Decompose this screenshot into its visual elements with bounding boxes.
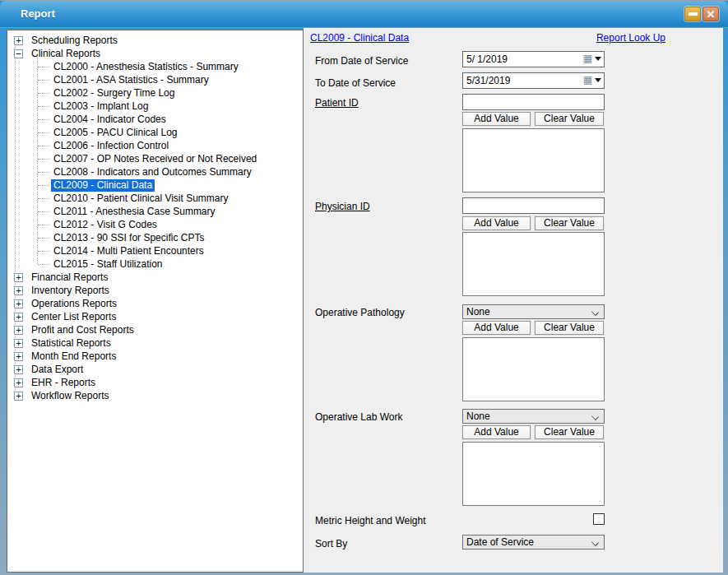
tree-item-label[interactable]: Statistical Reports bbox=[29, 337, 114, 350]
physician-id-list[interactable] bbox=[462, 232, 605, 296]
tree-item-label[interactable]: CL2011 - Anesthesia Case Summary bbox=[51, 206, 218, 218]
tree-item-label[interactable]: CL2000 - Anesthesia Statistics - Summary bbox=[51, 61, 241, 73]
sort-by-dropdown[interactable]: Date of Service bbox=[462, 535, 605, 549]
patient-id-list[interactable] bbox=[462, 128, 605, 192]
tree-item-label[interactable]: Clinical Reports bbox=[29, 48, 103, 60]
expand-icon[interactable]: + bbox=[14, 299, 23, 308]
physician-clear-value-button[interactable]: Clear Value bbox=[535, 216, 604, 230]
patient-clear-value-button[interactable]: Clear Value bbox=[535, 112, 604, 126]
tree-item-label[interactable]: CL2004 - Indicator Codes bbox=[51, 114, 169, 126]
physician-add-value-button[interactable]: Add Value bbox=[462, 216, 531, 230]
expand-icon[interactable]: + bbox=[14, 36, 23, 45]
tree-item[interactable]: +Profit and Cost Reports bbox=[11, 323, 301, 336]
tree-item-label[interactable]: Month End Reports bbox=[29, 350, 118, 363]
tree-item[interactable]: CL2011 - Anesthesia Case Summary bbox=[11, 205, 301, 218]
labwork-add-value-button[interactable]: Add Value bbox=[462, 425, 531, 439]
pathology-clear-value-button[interactable]: Clear Value bbox=[535, 321, 604, 335]
dropdown-arrow-icon[interactable] bbox=[595, 57, 601, 61]
labwork-clear-value-button[interactable]: Clear Value bbox=[535, 425, 604, 439]
operative-lab-work-value: None bbox=[466, 410, 490, 422]
expand-icon[interactable]: + bbox=[14, 392, 23, 401]
tree-item-label[interactable]: CL2002 - Surgery Time Log bbox=[51, 87, 177, 100]
pathology-add-value-button[interactable]: Add Value bbox=[462, 321, 531, 335]
tree-item[interactable]: CL2004 - Indicator Codes bbox=[11, 113, 301, 126]
tree-item[interactable]: CL2009 - Clinical Data bbox=[11, 179, 301, 192]
expand-icon[interactable]: + bbox=[14, 352, 23, 361]
to-date-field[interactable]: 5/31/2019 ▦ bbox=[462, 72, 605, 89]
physician-id-link[interactable]: Physician ID bbox=[315, 201, 370, 212]
physician-id-input[interactable] bbox=[462, 197, 605, 214]
tree-connector bbox=[38, 185, 49, 186]
tree-item-label[interactable]: CL2014 - Multi Patient Encounters bbox=[51, 245, 206, 257]
tree-item-label[interactable]: Data Export bbox=[29, 364, 86, 376]
tree-item-label[interactable]: CL2006 - Infection Control bbox=[51, 140, 171, 152]
tree-item[interactable]: +Month End Reports bbox=[11, 350, 301, 363]
minimize-button[interactable] bbox=[684, 7, 701, 21]
tree-item-label[interactable]: CL2001 - ASA Statistics - Summary bbox=[51, 74, 211, 86]
tree-item[interactable]: −Clinical Reports bbox=[11, 47, 301, 60]
tree-item-label[interactable]: Inventory Reports bbox=[29, 285, 112, 297]
tree-item-label[interactable]: CL2013 - 90 SSI for Specific CPTs bbox=[51, 232, 206, 244]
expand-icon[interactable]: + bbox=[14, 286, 23, 295]
calendar-icon[interactable]: ▦ bbox=[583, 75, 592, 85]
patient-add-value-button[interactable]: Add Value bbox=[462, 112, 531, 126]
tree-item[interactable]: CL2007 - OP Notes Received or Not Receiv… bbox=[11, 152, 301, 165]
operative-lab-work-list[interactable] bbox=[462, 442, 605, 506]
tree-item[interactable]: CL2008 - Indicators and Outcomes Summary bbox=[11, 165, 301, 179]
expand-icon[interactable]: + bbox=[14, 273, 23, 282]
tree-item-label[interactable]: CL2009 - Clinical Data bbox=[51, 179, 155, 192]
tree-item[interactable]: +Center List Reports bbox=[11, 310, 301, 323]
expand-icon[interactable]: + bbox=[14, 326, 23, 335]
operative-pathology-list[interactable] bbox=[462, 337, 605, 401]
dropdown-arrow-icon[interactable] bbox=[595, 78, 601, 82]
tree-item[interactable]: CL2003 - Implant Log bbox=[11, 100, 301, 113]
operative-pathology-dropdown[interactable]: None bbox=[462, 304, 605, 319]
tree-item[interactable]: CL2013 - 90 SSI for Specific CPTs bbox=[11, 231, 301, 244]
tree-item[interactable]: CL2010 - Patient Clinical Visit Summary bbox=[11, 192, 301, 205]
tree-item[interactable]: +Operations Reports bbox=[11, 297, 301, 310]
patient-id-input[interactable] bbox=[462, 94, 605, 110]
expand-icon[interactable]: + bbox=[14, 313, 23, 322]
tree-item[interactable]: +Scheduling Reports bbox=[11, 34, 301, 47]
tree-item-label[interactable]: Operations Reports bbox=[29, 298, 119, 310]
tree-item[interactable]: CL2012 - Visit G Codes bbox=[11, 218, 301, 231]
tree-item-label[interactable]: CL2010 - Patient Clinical Visit Summary bbox=[51, 192, 231, 205]
tree-item-label[interactable]: Center List Reports bbox=[29, 311, 118, 323]
tree-item-label[interactable]: Workflow Reports bbox=[29, 390, 111, 402]
calendar-icon[interactable]: ▦ bbox=[583, 53, 592, 63]
tree-item-label[interactable]: Scheduling Reports bbox=[29, 35, 120, 47]
report-title-link[interactable]: CL2009 - Clinical Data bbox=[310, 32, 409, 44]
expand-icon[interactable]: + bbox=[14, 339, 23, 348]
tree-item[interactable]: CL2014 - Multi Patient Encounters bbox=[11, 244, 301, 257]
tree-item[interactable]: CL2015 - Staff Utilization bbox=[11, 257, 301, 271]
tree-item-label[interactable]: CL2003 - Implant Log bbox=[51, 100, 151, 113]
tree-item-label[interactable]: Financial Reports bbox=[29, 271, 110, 284]
tree-item-label[interactable]: CL2008 - Indicators and Outcomes Summary bbox=[51, 166, 254, 179]
operative-lab-work-dropdown[interactable]: None bbox=[462, 409, 605, 424]
tree-item[interactable]: CL2005 - PACU Clinical Log bbox=[11, 126, 301, 139]
tree-item-label[interactable]: EHR - Reports bbox=[29, 377, 98, 389]
tree-item[interactable]: CL2000 - Anesthesia Statistics - Summary bbox=[11, 60, 301, 73]
tree-item[interactable]: +Workflow Reports bbox=[11, 389, 301, 402]
tree-item-label[interactable]: CL2005 - PACU Clinical Log bbox=[51, 127, 180, 139]
tree-item[interactable]: +Inventory Reports bbox=[11, 284, 301, 297]
tree-item[interactable]: +EHR - Reports bbox=[11, 376, 301, 389]
tree-item[interactable]: +Financial Reports bbox=[11, 271, 301, 284]
tree-item[interactable]: +Data Export bbox=[11, 363, 301, 376]
close-button[interactable]: ✕ bbox=[702, 7, 719, 21]
collapse-icon[interactable]: − bbox=[14, 49, 23, 58]
tree-item[interactable]: CL2002 - Surgery Time Log bbox=[11, 86, 301, 100]
tree-item[interactable]: CL2006 - Infection Control bbox=[11, 139, 301, 152]
metric-height-weight-checkbox[interactable] bbox=[593, 513, 605, 525]
tree-item[interactable]: +Statistical Reports bbox=[11, 336, 301, 350]
tree-item-label[interactable]: CL2007 - OP Notes Received or Not Receiv… bbox=[51, 153, 259, 165]
tree-item-label[interactable]: Profit and Cost Reports bbox=[29, 324, 137, 336]
patient-id-link[interactable]: Patient ID bbox=[315, 97, 359, 109]
tree-item-label[interactable]: CL2015 - Staff Utilization bbox=[51, 258, 165, 271]
from-date-field[interactable]: 5/ 1/2019 ▦ bbox=[462, 51, 605, 67]
report-lookup-link[interactable]: Report Look Up bbox=[596, 32, 665, 44]
expand-icon[interactable]: + bbox=[14, 365, 23, 374]
expand-icon[interactable]: + bbox=[14, 378, 23, 387]
tree-item-label[interactable]: CL2012 - Visit G Codes bbox=[51, 219, 160, 231]
tree-item[interactable]: CL2001 - ASA Statistics - Summary bbox=[11, 73, 301, 86]
